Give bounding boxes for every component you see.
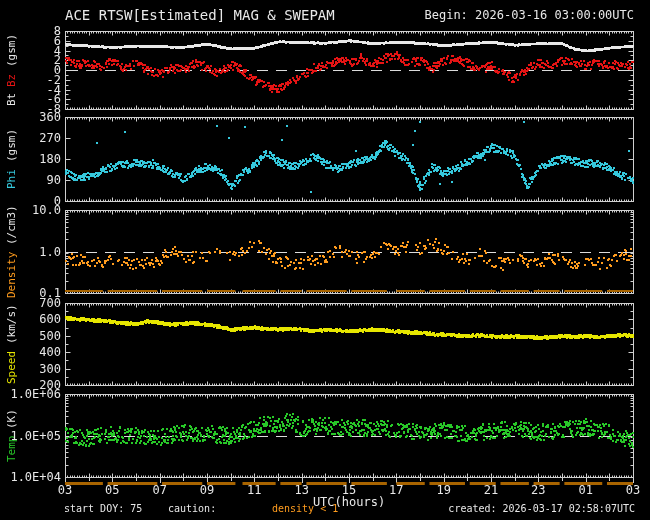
caution-label: caution:: [168, 503, 216, 514]
x-tick-label: 17: [383, 483, 409, 497]
x-tick-label: 09: [194, 483, 220, 497]
ace-rtsw-plot: ACE RTSW[Estimated] MAG & SWEPAM Begin: …: [0, 0, 650, 520]
y-axis-label-part: (K): [5, 409, 18, 429]
y-tick-label: 1.0E+05: [0, 429, 61, 443]
x-tick-label: 21: [478, 483, 504, 497]
x-tick-label: 07: [147, 483, 173, 497]
begin-timestamp: Begin: 2026-03-16 03:00:00UTC: [424, 8, 634, 22]
y-tick-label: 10.0: [0, 203, 61, 217]
plot-title: ACE RTSW[Estimated] MAG & SWEPAM: [65, 7, 335, 23]
x-tick-label: 13: [289, 483, 315, 497]
x-tick-label: 03: [620, 483, 646, 497]
x-tick-label: 15: [336, 483, 362, 497]
y-tick-label: 700: [0, 296, 61, 310]
y-tick-label: 300: [0, 362, 61, 376]
caution-value: density < 1: [272, 503, 338, 514]
x-tick-label: 05: [99, 483, 125, 497]
y-tick-label: 400: [0, 345, 61, 359]
y-tick-label: 600: [0, 312, 61, 326]
y-tick-label: 1.0E+04: [0, 470, 61, 484]
y-tick-label: 180: [0, 152, 61, 166]
y-tick-label: 360: [0, 110, 61, 124]
start-doy-label: start DOY: 75: [64, 503, 142, 514]
x-tick-label: 11: [241, 483, 267, 497]
plot-canvas: [0, 0, 650, 520]
y-tick-label: 500: [0, 329, 61, 343]
x-tick-label: 03: [52, 483, 78, 497]
x-tick-label: 19: [431, 483, 457, 497]
y-tick-label: 90: [0, 173, 61, 187]
y-tick-label: 1.0E+06: [0, 387, 61, 401]
y-tick-label: 1.0: [0, 245, 61, 259]
y-tick-label: 270: [0, 131, 61, 145]
created-timestamp: created: 2026-03-17 02:58:07UTC: [448, 503, 635, 514]
x-tick-label: 23: [525, 483, 551, 497]
x-tick-label: 01: [573, 483, 599, 497]
